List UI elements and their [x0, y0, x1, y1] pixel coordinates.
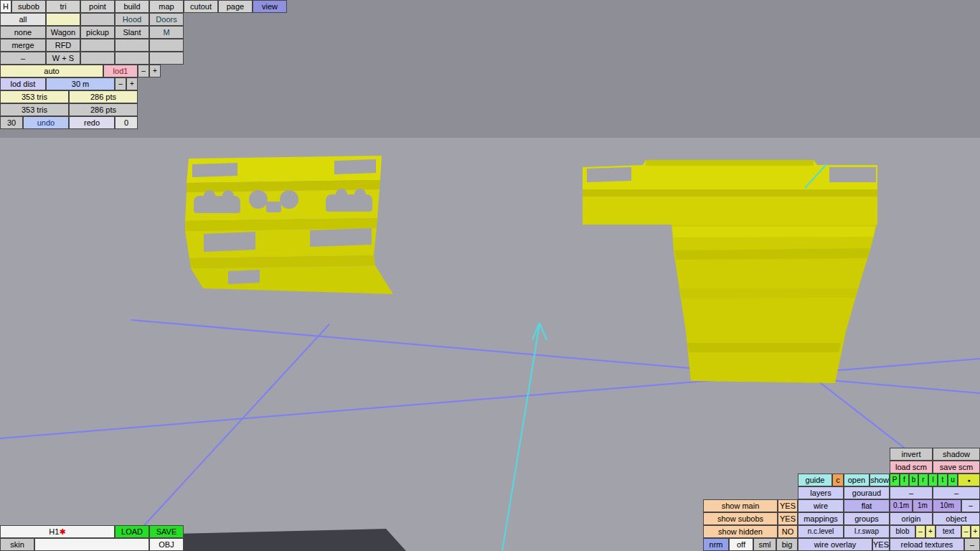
lod-dist-value[interactable]: 30 m — [46, 77, 115, 90]
face-t-toggle[interactable]: t — [938, 474, 948, 486]
reload-textures-button[interactable]: reload textures — [890, 538, 964, 551]
obj-button[interactable]: OBJ — [149, 538, 184, 551]
panel-dash-button[interactable]: – — [890, 486, 933, 499]
text-plus-button[interactable]: + — [971, 525, 980, 538]
text-button[interactable]: text — [936, 525, 961, 538]
grid-1m-button[interactable]: 1m — [913, 499, 933, 512]
menu-page-tab[interactable]: page — [218, 0, 253, 13]
grid-01m-button[interactable]: 0.1m — [890, 499, 913, 512]
gouraud-button[interactable]: gouraud — [844, 486, 890, 499]
show-hidden-value[interactable]: NO — [778, 525, 798, 538]
panel-dash-button[interactable]: – — [933, 486, 980, 499]
menu-h-button[interactable]: H — [0, 0, 11, 13]
menu-tri-tab[interactable]: tri — [46, 0, 80, 13]
show-hidden-toggle[interactable]: show hidden — [703, 525, 778, 538]
face-l-toggle[interactable]: l — [928, 474, 938, 486]
lod-lod1-button[interactable]: lod1 — [103, 65, 138, 77]
flat-button[interactable]: flat — [844, 499, 890, 512]
viewport-3d[interactable] — [0, 0, 980, 551]
lod-dist-plus-button[interactable]: + — [126, 77, 138, 90]
lod-auto-button[interactable]: auto — [0, 65, 103, 77]
save-button[interactable]: SAVE — [149, 525, 184, 538]
undo-button[interactable]: undo — [23, 116, 69, 129]
preset-blank-cell[interactable] — [115, 39, 149, 52]
redo-button[interactable]: redo — [69, 116, 115, 129]
file-name-field[interactable]: H1✱ — [0, 525, 115, 538]
wire-button[interactable]: wire — [798, 499, 844, 512]
preset-slant-button[interactable]: Slant — [115, 26, 149, 39]
preset-blank-cell[interactable] — [80, 39, 115, 52]
preset-blank-cell[interactable] — [149, 52, 184, 65]
nrm-big-button[interactable]: big — [776, 538, 798, 551]
menu-cutout-tab[interactable]: cutout — [184, 0, 218, 13]
select-none-button[interactable]: none — [0, 26, 46, 39]
preset-wagon-button[interactable]: Wagon — [46, 26, 80, 39]
open-button[interactable]: open — [844, 474, 870, 486]
cab-model-right[interactable] — [583, 160, 877, 383]
misc-dash-button[interactable]: – — [964, 538, 980, 551]
preset-pickup-button[interactable]: pickup — [80, 26, 115, 39]
mappings-button[interactable]: mappings — [798, 512, 844, 525]
wire-overlay-value[interactable]: YES — [872, 538, 890, 551]
show-button[interactable]: show — [870, 474, 890, 486]
show-subobs-value[interactable]: YES — [778, 512, 798, 525]
grid-10m-button[interactable]: 10m — [933, 499, 961, 512]
origin-button[interactable]: origin — [890, 512, 933, 525]
preset-blank-cell[interactable] — [149, 39, 184, 52]
show-main-toggle[interactable]: show main — [703, 499, 778, 512]
face-b-toggle[interactable]: b — [909, 474, 918, 486]
face-p-toggle[interactable]: P — [890, 474, 900, 486]
preset-blank-cell[interactable] — [46, 13, 80, 26]
nrm-toggle[interactable]: nrm — [703, 538, 729, 551]
preset-doors-button[interactable]: Doors — [149, 13, 184, 26]
menu-point-tab[interactable]: point — [80, 0, 115, 13]
preset-blank-cell[interactable] — [80, 13, 115, 26]
blob-button[interactable]: blob — [890, 525, 915, 538]
preset-rfd-button[interactable]: RFD — [46, 39, 80, 52]
up-axis-arrow[interactable] — [502, 323, 547, 551]
minus-mode-button[interactable]: – — [0, 52, 46, 65]
guide-button[interactable]: guide — [798, 474, 832, 486]
lod-dist-minus-button[interactable]: – — [115, 77, 126, 90]
blob-minus-button[interactable]: – — [915, 525, 925, 538]
face-dot-toggle[interactable]: ● — [958, 474, 980, 486]
load-scm-button[interactable]: load scm — [890, 461, 933, 474]
menu-build-tab[interactable]: build — [115, 0, 149, 13]
lod-minus-button[interactable]: – — [138, 65, 149, 77]
groups-button[interactable]: groups — [844, 512, 890, 525]
blob-plus-button[interactable]: + — [925, 525, 936, 538]
layers-button[interactable]: layers — [798, 486, 844, 499]
menu-map-tab[interactable]: map — [149, 0, 184, 13]
merge-button[interactable]: merge — [0, 39, 46, 52]
menu-subob-tab[interactable]: subob — [11, 0, 46, 13]
preset-hood-button[interactable]: Hood — [115, 13, 149, 26]
face-r-toggle[interactable]: r — [918, 474, 928, 486]
skin-button[interactable]: skin — [0, 538, 34, 551]
skin-name-field[interactable] — [34, 538, 149, 551]
show-main-value[interactable]: YES — [778, 499, 798, 512]
lod-plus-button[interactable]: + — [149, 65, 161, 77]
shadow-button[interactable]: shadow — [933, 448, 980, 461]
object-button[interactable]: object — [933, 512, 980, 525]
text-minus-button[interactable]: – — [961, 525, 971, 538]
select-all-button[interactable]: all — [0, 13, 46, 26]
grid-dash-button[interactable]: – — [961, 499, 980, 512]
nrm-sml-button[interactable]: sml — [753, 538, 776, 551]
preset-wplus-s-button[interactable]: W + S — [46, 52, 80, 65]
load-button[interactable]: LOAD — [115, 525, 149, 538]
nc-level-button[interactable]: n.c.level — [798, 525, 844, 538]
c-button[interactable]: c — [832, 474, 844, 486]
preset-m-button[interactable]: M — [149, 26, 184, 39]
preset-blank-cell[interactable] — [115, 52, 149, 65]
cab-model-left[interactable] — [185, 156, 393, 294]
face-f-toggle[interactable]: f — [900, 474, 909, 486]
invert-button[interactable]: invert — [890, 448, 933, 461]
nrm-off-button[interactable]: off — [729, 538, 753, 551]
save-scm-button[interactable]: save scm — [933, 461, 980, 474]
face-u-toggle[interactable]: u — [948, 474, 958, 486]
show-subobs-toggle[interactable]: show subobs — [703, 512, 778, 525]
preset-blank-cell[interactable] — [80, 52, 115, 65]
menu-view-tab-selected[interactable]: view — [253, 0, 287, 13]
lr-swap-button[interactable]: l.r.swap — [844, 525, 890, 538]
wire-overlay-toggle[interactable]: wire overlay — [798, 538, 872, 551]
